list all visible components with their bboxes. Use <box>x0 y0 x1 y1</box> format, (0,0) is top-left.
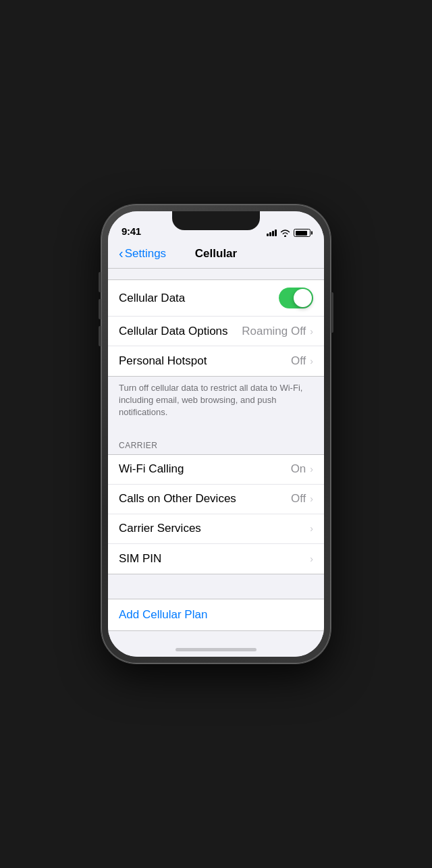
chevron-icon: › <box>310 326 313 337</box>
cellular-data-toggle[interactable] <box>279 288 313 308</box>
sim-pin-chevron: › <box>308 553 313 564</box>
cellular-data-label: Cellular Data <box>119 292 185 305</box>
calls-other-devices-row[interactable]: Calls on Other Devices Off › <box>108 485 324 514</box>
screen-content[interactable]: ‹ Settings Cellular Cellular Data Ce <box>108 241 324 657</box>
carrier-services-row[interactable]: Carrier Services › <box>108 514 324 544</box>
battery-icon <box>294 229 310 237</box>
chevron-icon: › <box>310 493 313 504</box>
calls-other-devices-label: Calls on Other Devices <box>119 492 236 506</box>
carrier-section-header: CARRIER <box>108 427 324 454</box>
add-cellular-plan-row[interactable]: Add Cellular Plan <box>108 599 324 631</box>
cellular-data-row[interactable]: Cellular Data <box>108 280 324 317</box>
cellular-info-text: Turn off cellular data to restrict all d… <box>108 377 324 427</box>
status-icons <box>267 229 310 237</box>
personal-hotspot-row[interactable]: Personal Hotspot Off › <box>108 346 324 376</box>
carrier-services-label: Carrier Services <box>119 522 201 535</box>
wifi-calling-label: Wi-Fi Calling <box>119 462 184 476</box>
spacer-1 <box>108 574 324 599</box>
status-time: 9:41 <box>122 225 141 237</box>
sim-pin-row[interactable]: SIM PIN › <box>108 544 324 574</box>
personal-hotspot-label: Personal Hotspot <box>119 354 207 368</box>
back-chevron-icon: ‹ <box>119 246 124 261</box>
cellular-data-group: Cellular Data Cellular Data Options Roam… <box>108 279 324 377</box>
carrier-group: Wi-Fi Calling On › Calls on Other Device… <box>108 454 324 574</box>
add-cellular-plan-label[interactable]: Add Cellular Plan <box>119 608 207 621</box>
spacer-2 <box>108 631 324 657</box>
back-label: Settings <box>125 247 166 261</box>
signal-icon <box>267 229 277 236</box>
back-button[interactable]: ‹ Settings <box>119 246 166 261</box>
nav-bar: ‹ Settings Cellular <box>108 241 324 269</box>
wifi-calling-value: On › <box>291 462 313 476</box>
chevron-icon: › <box>310 523 313 534</box>
cellular-data-options-label: Cellular Data Options <box>119 325 228 338</box>
wifi-icon <box>280 229 290 237</box>
notch <box>172 211 260 230</box>
chevron-icon: › <box>310 356 313 367</box>
page-title: Cellular <box>195 247 237 261</box>
calls-other-devices-value: Off › <box>291 492 313 506</box>
wifi-calling-row[interactable]: Wi-Fi Calling On › <box>108 455 324 485</box>
carrier-services-chevron: › <box>308 523 313 534</box>
cellular-data-options-value: Roaming Off › <box>242 325 313 338</box>
chevron-icon: › <box>310 464 313 474</box>
home-indicator <box>176 648 256 651</box>
sim-pin-label: SIM PIN <box>119 552 161 566</box>
phone-frame: 9:41 <box>101 205 331 663</box>
personal-hotspot-value: Off › <box>291 354 313 368</box>
phone-screen: 9:41 <box>108 211 324 657</box>
cellular-data-options-row[interactable]: Cellular Data Options Roaming Off › <box>108 317 324 346</box>
chevron-icon: › <box>310 553 313 564</box>
